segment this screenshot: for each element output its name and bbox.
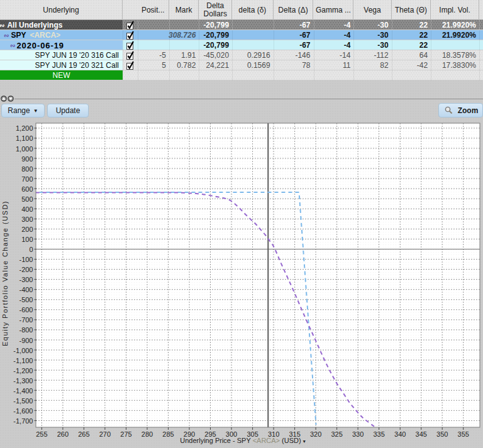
svg-text:1,100: 1,100 (16, 134, 33, 142)
svg-text:340: 340 (394, 430, 406, 438)
svg-text:Underlying Price - SPY <ARCA>: Underlying Price - SPY <ARCA> (USD) ▾ (180, 437, 305, 444)
svg-text:345: 345 (416, 430, 427, 438)
svg-text:-1,500: -1,500 (13, 397, 33, 405)
svg-text:320: 320 (310, 430, 321, 438)
svg-text:500: 500 (21, 195, 33, 203)
svg-text:-700: -700 (19, 316, 33, 324)
svg-text:285: 285 (162, 430, 174, 438)
svg-text:-800: -800 (19, 326, 33, 334)
svg-text:-900: -900 (19, 337, 33, 344)
svg-text:Equity Portfolio Value Change: Equity Portfolio Value Change (USD) (1, 200, 9, 346)
svg-text:-500: -500 (19, 296, 33, 303)
svg-text:270: 270 (99, 430, 111, 438)
svg-text:260: 260 (57, 430, 69, 438)
svg-text:-1,100: -1,100 (13, 357, 33, 364)
svg-text:1,200: 1,200 (16, 124, 33, 132)
svg-text:-1,400: -1,400 (13, 387, 33, 395)
svg-text:400: 400 (21, 205, 33, 213)
svg-text:-1,000: -1,000 (13, 347, 33, 354)
svg-text:330: 330 (352, 430, 364, 438)
svg-text:300: 300 (21, 216, 33, 223)
svg-text:800: 800 (21, 165, 33, 173)
svg-text:200: 200 (21, 226, 33, 233)
svg-text:255: 255 (36, 430, 47, 438)
svg-text:0: 0 (29, 246, 33, 253)
svg-text:-400: -400 (19, 286, 33, 293)
svg-text:355: 355 (458, 430, 469, 438)
svg-text:-200: -200 (19, 266, 33, 273)
svg-text:335: 335 (373, 430, 384, 438)
svg-text:275: 275 (120, 430, 131, 438)
svg-text:1,000: 1,000 (16, 145, 33, 153)
svg-text:900: 900 (21, 155, 33, 163)
svg-text:-600: -600 (19, 306, 33, 314)
svg-text:-300: -300 (19, 276, 33, 283)
svg-text:-1,200: -1,200 (13, 367, 33, 374)
svg-text:265: 265 (78, 430, 89, 438)
svg-text:600: 600 (21, 185, 33, 193)
svg-text:-1,600: -1,600 (13, 407, 33, 415)
svg-text:325: 325 (331, 430, 342, 438)
svg-text:280: 280 (142, 430, 153, 438)
svg-text:100: 100 (21, 236, 33, 243)
svg-text:-1,700: -1,700 (13, 417, 33, 425)
svg-text:350: 350 (436, 430, 448, 438)
svg-text:-100: -100 (19, 256, 33, 263)
svg-text:-1,300: -1,300 (13, 377, 33, 385)
svg-text:700: 700 (21, 175, 33, 183)
